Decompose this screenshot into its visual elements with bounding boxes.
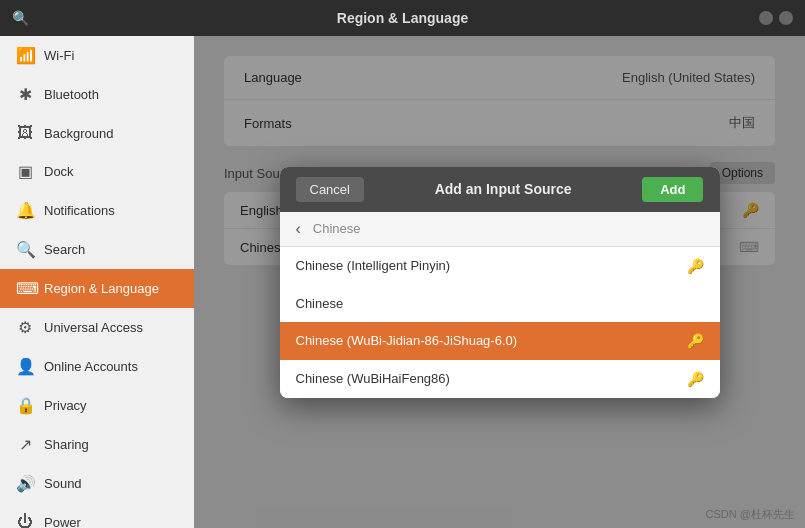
wifi-icon: 📶 xyxy=(16,46,34,65)
window-controls xyxy=(759,11,793,25)
dialog-nav-label: Chinese xyxy=(313,221,361,236)
power-icon: ⏻ xyxy=(16,513,34,528)
sidebar-item-universal-access[interactable]: ⚙ Universal Access xyxy=(0,308,194,347)
add-button[interactable]: Add xyxy=(642,177,703,202)
sidebar-item-dock[interactable]: ▣ Dock xyxy=(0,152,194,191)
online-accounts-icon: 👤 xyxy=(16,357,34,376)
sidebar-item-sound[interactable]: 🔊 Sound xyxy=(0,464,194,503)
sidebar-item-power[interactable]: ⏻ Power xyxy=(0,503,194,528)
sidebar-item-label: Power xyxy=(44,515,81,529)
privacy-icon: 🔒 xyxy=(16,396,34,415)
window-title: Region & Language xyxy=(337,10,468,26)
key-icon: 🔑 xyxy=(687,333,704,349)
dialog-list-item-selected[interactable]: Chinese (WuBi-Jidian-86-JiShuag-6.0) 🔑 xyxy=(280,322,720,360)
sidebar-item-label: Universal Access xyxy=(44,320,143,335)
sidebar-item-background[interactable]: 🖼 Background xyxy=(0,114,194,152)
sidebar-item-label: Search xyxy=(44,242,85,257)
sidebar-item-label: Privacy xyxy=(44,398,87,413)
dialog-list-item[interactable]: Chinese (WuBiHaiFeng86) 🔑 xyxy=(280,360,720,398)
dock-icon: ▣ xyxy=(16,162,34,181)
main-layout: 📶 Wi-Fi ✱ Bluetooth 🖼 Background ▣ Dock … xyxy=(0,36,805,528)
background-icon: 🖼 xyxy=(16,124,34,142)
sidebar-item-region[interactable]: ⌨ Region & Language xyxy=(0,269,194,308)
dialog-list-item[interactable]: Chinese (Intelligent Pinyin) 🔑 xyxy=(280,247,720,285)
add-input-source-dialog: Cancel Add an Input Source Add ‹ Chinese… xyxy=(280,167,720,398)
dialog-title: Add an Input Source xyxy=(435,181,572,197)
item-label: Chinese (WuBi-Jidian-86-JiShuag-6.0) xyxy=(296,333,518,348)
sidebar-item-label: Background xyxy=(44,126,113,141)
key-icon: 🔑 xyxy=(687,371,704,387)
item-label: Chinese (WuBiHaiFeng86) xyxy=(296,371,450,386)
sidebar-item-label: Notifications xyxy=(44,203,115,218)
item-label: Chinese (Intelligent Pinyin) xyxy=(296,258,451,273)
sidebar-item-privacy[interactable]: 🔒 Privacy xyxy=(0,386,194,425)
search-sidebar-icon: 🔍 xyxy=(16,240,34,259)
notifications-icon: 🔔 xyxy=(16,201,34,220)
sidebar-item-online-accounts[interactable]: 👤 Online Accounts xyxy=(0,347,194,386)
overlay-backdrop: Cancel Add an Input Source Add ‹ Chinese… xyxy=(194,36,805,528)
item-label: Chinese xyxy=(296,296,344,311)
sidebar-item-label: Sound xyxy=(44,476,82,491)
minimize-button[interactable] xyxy=(759,11,773,25)
sidebar-item-label: Wi-Fi xyxy=(44,48,74,63)
content-area: Language English (United States) Formats… xyxy=(194,36,805,528)
bluetooth-icon: ✱ xyxy=(16,85,34,104)
region-icon: ⌨ xyxy=(16,279,34,298)
titlebar: 🔍 Region & Language xyxy=(0,0,805,36)
sidebar: 📶 Wi-Fi ✱ Bluetooth 🖼 Background ▣ Dock … xyxy=(0,36,194,528)
cancel-button[interactable]: Cancel xyxy=(296,177,364,202)
dialog-header: Cancel Add an Input Source Add xyxy=(280,167,720,212)
sidebar-item-wifi[interactable]: 📶 Wi-Fi xyxy=(0,36,194,75)
dialog-list-item[interactable]: Chinese xyxy=(280,285,720,322)
sound-icon: 🔊 xyxy=(16,474,34,493)
sidebar-item-sharing[interactable]: ↗ Sharing xyxy=(0,425,194,464)
sidebar-item-label: Online Accounts xyxy=(44,359,138,374)
sidebar-item-label: Dock xyxy=(44,164,74,179)
back-button[interactable]: ‹ xyxy=(296,220,301,238)
sidebar-item-label: Sharing xyxy=(44,437,89,452)
search-icon[interactable]: 🔍 xyxy=(12,10,29,26)
maximize-button[interactable] xyxy=(779,11,793,25)
key-icon: 🔑 xyxy=(687,258,704,274)
dialog-nav: ‹ Chinese xyxy=(280,212,720,247)
dialog-list: Chinese (Intelligent Pinyin) 🔑 Chinese C… xyxy=(280,247,720,398)
sidebar-item-label: Region & Language xyxy=(44,281,159,296)
sidebar-item-search[interactable]: 🔍 Search xyxy=(0,230,194,269)
universal-access-icon: ⚙ xyxy=(16,318,34,337)
sidebar-item-label: Bluetooth xyxy=(44,87,99,102)
sharing-icon: ↗ xyxy=(16,435,34,454)
sidebar-item-bluetooth[interactable]: ✱ Bluetooth xyxy=(0,75,194,114)
sidebar-item-notifications[interactable]: 🔔 Notifications xyxy=(0,191,194,230)
